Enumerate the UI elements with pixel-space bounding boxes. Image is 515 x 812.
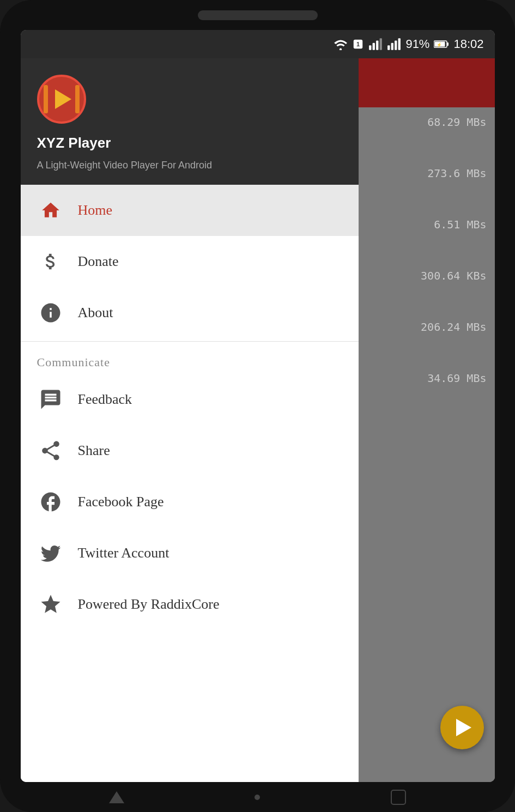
fab-play-icon — [456, 719, 471, 736]
menu-item-donate[interactable]: Donate — [21, 236, 359, 287]
twitter-label: Twitter Account — [78, 545, 169, 561]
menu-item-facebook[interactable]: Facebook Page — [21, 476, 359, 528]
svg-rect-7 — [387, 45, 390, 50]
svg-text:1: 1 — [356, 41, 360, 47]
size-4: 300.64 KBs — [421, 269, 486, 282]
menu-item-powered[interactable]: Powered By RaddixCore — [21, 579, 359, 630]
film-strip-left — [44, 85, 48, 113]
right-panel: 68.29 MBs 273.6 MBs 6.51 MBs 300.64 KBs … — [359, 58, 495, 782]
twitter-icon — [37, 540, 64, 567]
svg-rect-8 — [391, 43, 393, 50]
size-1: 68.29 MBs — [427, 116, 486, 129]
share-icon — [37, 437, 64, 464]
section-divider — [21, 341, 359, 342]
back-nav-button[interactable] — [109, 791, 124, 803]
battery-icon: ⚡ — [434, 40, 449, 49]
play-icon — [55, 89, 71, 109]
menu-item-share[interactable]: Share — [21, 425, 359, 476]
battery-percent: 91% — [405, 37, 429, 51]
notification-icon: 1 — [352, 38, 364, 50]
status-bar: 1 91% — [21, 30, 495, 58]
app-logo — [37, 75, 86, 124]
app-subtitle: A Light-Weight Video Player For Android — [37, 160, 342, 171]
wifi-icon — [334, 38, 348, 50]
clock: 18:02 — [453, 37, 483, 51]
home-nav-button[interactable] — [255, 795, 260, 800]
home-label: Home — [78, 202, 113, 219]
facebook-label: Facebook Page — [78, 494, 164, 510]
powered-label: Powered By RaddixCore — [78, 596, 220, 613]
app-name: XYZ Player — [37, 135, 342, 152]
phone-notch-bar — [0, 0, 515, 30]
feedback-label: Feedback — [78, 391, 132, 408]
svg-rect-10 — [398, 38, 401, 50]
menu-item-about[interactable]: About — [21, 287, 359, 338]
svg-point-0 — [340, 49, 342, 50]
svg-rect-5 — [376, 41, 378, 50]
recents-nav-button[interactable] — [391, 790, 406, 805]
size-3: 6.51 MBs — [434, 218, 486, 231]
drawer-header: XYZ Player A Light-Weight Video Player F… — [21, 58, 359, 185]
svg-text:⚡: ⚡ — [437, 42, 442, 47]
svg-rect-6 — [380, 38, 382, 50]
status-icons: 1 91% — [334, 37, 483, 51]
phone-bottom-bar — [0, 782, 515, 812]
facebook-icon — [37, 488, 64, 516]
signal2-icon — [387, 38, 401, 50]
menu-item-home[interactable]: Home — [21, 185, 359, 236]
drawer-menu: Home Donate — [21, 185, 359, 782]
size-2: 273.6 MBs — [427, 167, 486, 180]
about-label: About — [78, 305, 113, 321]
share-label: Share — [78, 443, 110, 459]
film-strip-right — [75, 85, 80, 113]
info-icon — [37, 299, 64, 326]
right-content: 68.29 MBs 273.6 MBs 6.51 MBs 300.64 KBs … — [359, 107, 495, 782]
screen: 1 91% — [21, 30, 495, 782]
main-content: XYZ Player A Light-Weight Video Player F… — [21, 58, 495, 782]
donate-label: Donate — [78, 253, 119, 270]
svg-rect-3 — [369, 45, 371, 50]
phone-frame: 1 91% — [0, 0, 515, 812]
size-5: 206.24 MBs — [421, 320, 486, 334]
dollar-icon — [37, 248, 64, 275]
right-top-bar — [359, 58, 495, 107]
feedback-icon — [37, 386, 64, 413]
drawer: XYZ Player A Light-Weight Video Player F… — [21, 58, 359, 782]
svg-rect-9 — [395, 41, 397, 50]
signal-icon — [368, 38, 383, 50]
menu-item-feedback[interactable]: Feedback — [21, 374, 359, 425]
communicate-section-label: Communicate — [21, 344, 359, 374]
svg-rect-13 — [447, 43, 449, 46]
notch — [198, 10, 318, 20]
home-icon — [37, 197, 64, 224]
size-6: 34.69 MBs — [427, 372, 486, 385]
menu-item-twitter[interactable]: Twitter Account — [21, 528, 359, 579]
star-icon — [37, 591, 64, 618]
fab-play-button[interactable] — [440, 706, 484, 749]
svg-rect-4 — [373, 43, 375, 50]
